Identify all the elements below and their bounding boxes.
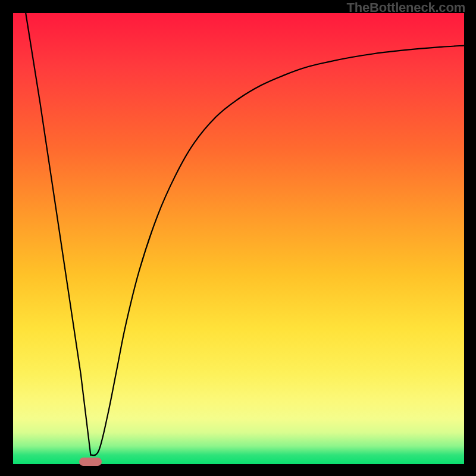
bottleneck-curve bbox=[13, 13, 464, 464]
attribution-label: TheBottleneck.com bbox=[346, 0, 465, 15]
minimum-marker bbox=[79, 458, 102, 466]
chart-outer-frame: TheBottleneck.com bbox=[0, 0, 476, 476]
plot-area bbox=[13, 13, 464, 464]
